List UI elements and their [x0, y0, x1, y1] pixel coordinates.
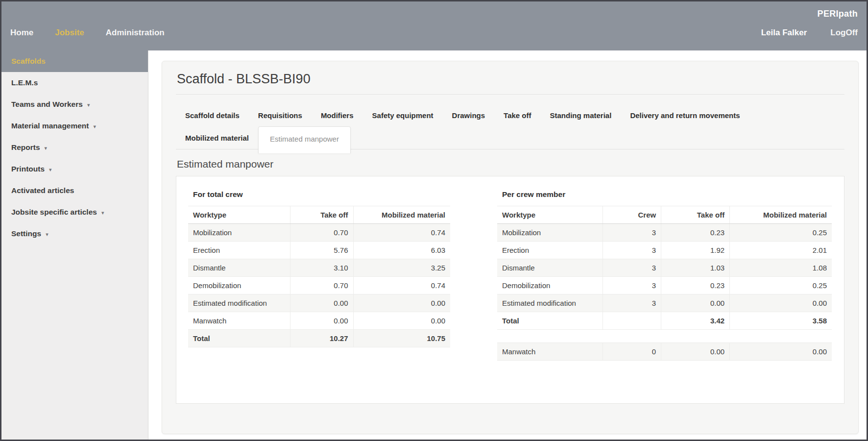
- cell: Estimated modification: [188, 294, 290, 312]
- cell: 1.08: [730, 259, 832, 277]
- cell: 3: [603, 224, 661, 242]
- tab-drawings[interactable]: Drawings: [443, 104, 495, 126]
- sidebar-item-label: Teams and Workers: [11, 100, 83, 109]
- main-area: Scaffold - BLSSB-BI90 Scaffold detailsRe…: [148, 50, 867, 440]
- table-row-erection: Erection5.766.03: [188, 242, 450, 259]
- table-row-estimated-modification: Estimated modification30.000.00: [497, 294, 832, 312]
- column-header-worktype: Worktype: [188, 206, 290, 224]
- user-name[interactable]: Leila Falker: [761, 28, 807, 38]
- for-total-crew-table-slot: WorktypeTake offMobilized materialMobili…: [188, 206, 450, 347]
- table-row-demobilization: Demobilization0.700.74: [188, 277, 450, 294]
- cell: 0.00: [661, 294, 730, 312]
- per-crew-member-table-slot: WorktypeCrewTake offMobilized materialMo…: [497, 206, 832, 330]
- manwatch-table: Manwatch00.000.00: [497, 343, 832, 361]
- sidebar-item-teams-and-workers[interactable]: Teams and Workers▾: [1, 94, 148, 115]
- tab-estimated-manpower[interactable]: Estimated manpower: [258, 126, 351, 153]
- column-header-mobilized-material: Mobilized material: [730, 206, 832, 224]
- cell: 0.74: [353, 277, 450, 294]
- for-total-crew-title: For total crew: [193, 190, 450, 199]
- topnav-item-administration[interactable]: Administration: [106, 28, 165, 38]
- cell: Erection: [188, 242, 290, 259]
- sidebar-item-settings[interactable]: Settings▾: [1, 223, 148, 245]
- cell: 3.58: [730, 312, 832, 330]
- cell: Total: [188, 330, 290, 347]
- cell: Mobilization: [497, 224, 603, 242]
- content-row: ScaffoldsL.E.M.sTeams and Workers▾Materi…: [1, 50, 867, 440]
- chevron-down-icon: ▾: [46, 231, 48, 238]
- top-bar: PERIpath HomeJobsiteAdministration Leila…: [1, 1, 867, 50]
- manpower-panel: For total crew WorktypeTake offMobilized…: [176, 176, 844, 404]
- sidebar-item-jobsite-specific-articles[interactable]: Jobsite specific articles▾: [1, 201, 148, 223]
- logoff-button[interactable]: LogOff: [830, 28, 858, 38]
- cell: Mobilization: [188, 224, 290, 242]
- section-heading: Estimated manpower: [177, 158, 844, 170]
- cell: 0.00: [661, 343, 730, 361]
- cell: 5.76: [290, 242, 353, 259]
- cell: 0.00: [730, 343, 832, 361]
- tab-take-off[interactable]: Take off: [494, 104, 540, 126]
- cell: 0.25: [730, 277, 832, 294]
- table-row-total: Total10.2710.75: [188, 330, 450, 347]
- cell: 3: [603, 294, 661, 312]
- sidebar-item-label: Settings: [11, 229, 41, 238]
- cell: 2.01: [730, 242, 832, 259]
- per-crew-member-table: WorktypeCrewTake offMobilized materialMo…: [497, 206, 832, 330]
- tab-row-1: Scaffold detailsRequisitionsModifiersSaf…: [176, 104, 844, 126]
- cell: 0.23: [661, 224, 730, 242]
- cell: 0.00: [353, 294, 450, 312]
- chevron-down-icon: ▾: [101, 210, 104, 216]
- chevron-down-icon: ▾: [87, 102, 90, 108]
- cell: 0.00: [353, 312, 450, 330]
- chevron-down-icon: ▾: [94, 123, 96, 130]
- sidebar-item-material-management[interactable]: Material management▾: [1, 115, 148, 137]
- topnav-item-home[interactable]: Home: [10, 28, 33, 38]
- column-header-take-off: Take off: [661, 206, 730, 224]
- cell: Estimated modification: [497, 294, 603, 312]
- cell: Erection: [497, 242, 603, 259]
- cell: [603, 312, 661, 330]
- cell: 0.23: [661, 277, 730, 294]
- cell: 3: [603, 242, 661, 259]
- sidebar-item-printouts[interactable]: Printouts▾: [1, 158, 148, 180]
- topnav-right: Leila Falker LogOff: [761, 28, 858, 38]
- cell: Dismantle: [188, 259, 290, 277]
- sidebar-item-scaffolds[interactable]: Scaffolds: [1, 50, 148, 72]
- tab-delivery-and-return-movements[interactable]: Delivery and return movements: [621, 104, 749, 126]
- cell: 10.27: [290, 330, 353, 347]
- column-header-take-off: Take off: [290, 206, 353, 224]
- cell: Manwatch: [188, 312, 290, 330]
- cell: 3: [603, 259, 661, 277]
- topnav-item-jobsite[interactable]: Jobsite: [55, 28, 84, 38]
- cell: 10.75: [353, 330, 450, 347]
- chevron-down-icon: ▾: [45, 145, 48, 151]
- app-window: PERIpath HomeJobsiteAdministration Leila…: [0, 0, 868, 441]
- cell: Demobilization: [497, 277, 603, 294]
- cell: Manwatch: [497, 343, 603, 361]
- sidebar-item-activated-articles[interactable]: Activated articles: [1, 180, 148, 201]
- sidebar-item-label: Jobsite specific articles: [11, 208, 97, 217]
- sidebar-item-label: Scaffolds: [11, 57, 46, 66]
- sidebar-item-reports[interactable]: Reports▾: [1, 137, 148, 158]
- tab-mobilized-material[interactable]: Mobilized material: [176, 127, 258, 149]
- table-row-erection: Erection31.922.01: [497, 242, 832, 259]
- header-row: WorktypeCrewTake offMobilized material: [497, 206, 832, 224]
- sidebar-item-label: Reports: [11, 143, 40, 152]
- tab-safety-equipment[interactable]: Safety equipment: [363, 104, 443, 126]
- manwatch-row-slot: Manwatch00.000.00: [497, 343, 832, 361]
- tab-scaffold-details[interactable]: Scaffold details: [176, 104, 249, 126]
- main-nav: HomeJobsiteAdministration Leila Falker L…: [10, 22, 858, 44]
- column-header-worktype: Worktype: [497, 206, 603, 224]
- tab-standing-material[interactable]: Standing material: [541, 104, 621, 126]
- content-card: Scaffold - BLSSB-BI90 Scaffold detailsRe…: [162, 61, 859, 434]
- tab-requisitions[interactable]: Requisitions: [249, 104, 312, 126]
- cell: 3.10: [290, 259, 353, 277]
- per-crew-member-block: Per crew member WorktypeCrewTake offMobi…: [497, 189, 832, 391]
- tab-row-2: Mobilized materialEstimated manpower: [176, 126, 844, 149]
- cell: 3.42: [661, 312, 730, 330]
- tab-modifiers[interactable]: Modifiers: [312, 104, 363, 126]
- chevron-down-icon: ▾: [49, 167, 52, 173]
- sidebar-item-label: Material management: [11, 122, 89, 130]
- cell: Demobilization: [188, 277, 290, 294]
- manwatch-gap: [497, 330, 832, 343]
- sidebar-item-l-e-m-s[interactable]: L.E.M.s: [1, 72, 148, 94]
